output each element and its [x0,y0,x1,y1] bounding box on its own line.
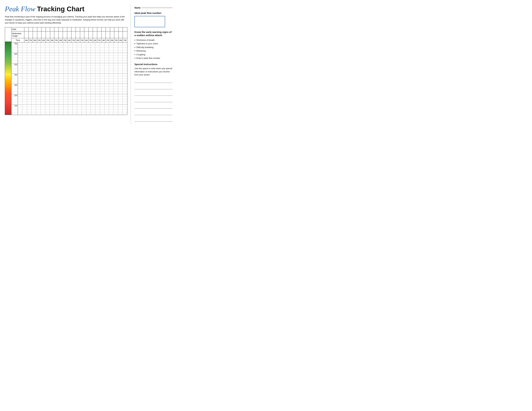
data-cell [100,61,104,63]
write-line-1[interactable] [134,79,172,83]
data-cell [68,112,72,115]
write-line-4[interactable] [134,98,172,102]
data-cell [73,102,77,104]
data-cell [123,66,127,68]
data-cell [45,99,50,102]
data-col [54,43,59,115]
data-cell [109,63,113,66]
data-cell [45,102,50,104]
data-cell [77,107,81,110]
data-cell [123,92,127,94]
data-cell [77,102,81,104]
data-col [22,43,27,115]
data-cell [114,104,118,107]
ideal-flow-box[interactable] [134,16,165,27]
data-cell [73,56,77,58]
data-cell [100,63,104,66]
data-cell [73,74,77,76]
data-cell [123,50,127,53]
data-cell [36,76,40,79]
data-cell [59,76,63,79]
data-cell [77,53,81,56]
data-cell [68,63,72,66]
write-line-6[interactable] [134,111,172,115]
data-cell [50,50,54,53]
left-column: Peak Flow Tracking Chart Peak flow monit… [5,5,131,124]
data-cell [36,50,40,53]
data-cell [54,86,59,89]
data-cell [91,66,95,68]
data-cell [95,61,100,63]
data-cell [123,94,127,97]
data-cell [64,79,68,81]
data-cell [45,48,50,50]
data-cell [59,81,63,84]
data-cell [64,89,68,92]
data-cell [86,94,91,97]
data-cell [64,97,68,99]
data-cell [41,81,45,84]
write-line-2[interactable] [134,85,172,89]
data-col [109,43,114,115]
data-cell [22,81,27,84]
data-cell [54,94,59,97]
data-cell [68,76,72,79]
data-cell [22,76,27,79]
data-cell [41,86,45,89]
data-cell [100,110,104,112]
write-line-3[interactable] [134,92,172,96]
data-cell [59,86,63,89]
data-col [27,43,32,115]
data-cell [68,84,72,86]
data-cell [22,110,27,112]
data-cell [109,68,113,71]
data-cell [36,48,40,50]
data-cell [118,107,123,110]
data-cell [22,66,27,68]
data-cell [18,89,22,92]
data-cell [118,50,123,53]
data-cell [36,112,40,115]
data-cell [32,107,36,110]
data-cell [32,53,36,56]
data-cell [50,45,54,48]
data-cell [114,48,118,50]
data-cell [109,110,113,112]
data-cell [45,56,50,58]
data-cell [64,104,68,107]
data-cell [59,89,63,92]
data-cell [32,45,36,48]
data-cell [64,56,68,58]
data-col [100,43,104,115]
data-cell [100,79,104,81]
data-cell [41,68,45,71]
data-cell [86,79,91,81]
data-cell [123,76,127,79]
data-cell [22,56,27,58]
write-line-7[interactable] [134,118,172,121]
data-cell [77,81,81,84]
data-cell [36,79,40,81]
data-cell [100,48,104,50]
data-cell [114,79,118,81]
data-cell [100,94,104,97]
data-cell [68,94,72,97]
data-cell [59,84,63,86]
data-cell [73,94,77,97]
data-cell [123,71,127,74]
data-cell [50,79,54,81]
data-cell [18,86,22,89]
data-cell [45,86,50,89]
data-cell [118,110,123,112]
data-cell [54,68,59,71]
data-cell [100,102,104,104]
data-cell [45,71,50,74]
write-line-5[interactable] [134,105,172,109]
data-cell [118,43,123,45]
data-cell [82,61,86,63]
data-cell [109,112,113,115]
data-cell [45,110,50,112]
data-cell [118,66,123,68]
data-cell [118,74,123,76]
data-cell [82,68,86,71]
